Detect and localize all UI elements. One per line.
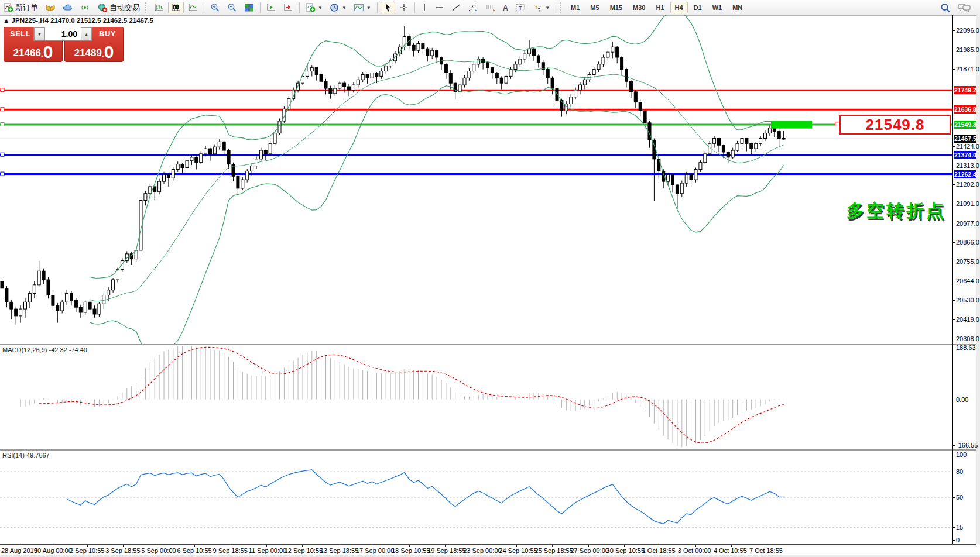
candle — [422, 42, 424, 54]
toolbar-drag-handle[interactable] — [560, 2, 564, 13]
templates-button[interactable]: ▼ — [351, 2, 374, 13]
chart-shift-button[interactable] — [280, 2, 296, 13]
hline-handle[interactable] — [1, 153, 4, 156]
time-axis-label: 30 Sep 10:55 — [606, 547, 645, 554]
candle — [611, 42, 614, 58]
timeframe-button-m15[interactable]: M15 — [605, 2, 627, 13]
autotrading-button[interactable]: 自动交易 — [94, 2, 143, 13]
candlestick-icon — [171, 3, 181, 12]
signal-icon — [80, 3, 90, 12]
text-tool-button[interactable]: A — [500, 2, 511, 13]
volume-increase-button[interactable]: ▲ — [81, 27, 92, 40]
timeframe-button-m1[interactable]: M1 — [566, 2, 584, 13]
hline-handle[interactable] — [1, 172, 4, 176]
candle — [629, 80, 632, 98]
price-tick-mark — [952, 146, 955, 147]
indicators-button[interactable]: ▼ — [303, 2, 325, 13]
search-button[interactable] — [937, 2, 954, 13]
volume-input[interactable]: 1.00 — [45, 27, 81, 40]
market-watch-button[interactable] — [42, 2, 59, 13]
panel-collapse-icon[interactable]: ▲ — [3, 17, 9, 24]
timeframe-button-h1[interactable]: H1 — [651, 2, 669, 13]
crosshair-tool-button[interactable] — [396, 2, 412, 13]
timeframe-button-mn[interactable]: MN — [728, 2, 747, 13]
macd-histogram — [20, 346, 784, 447]
label-tool-button[interactable]: T — [512, 2, 529, 13]
bar-chart-mode-button[interactable] — [151, 2, 167, 13]
callout-anchor-handle[interactable] — [835, 122, 839, 126]
time-axis-tick — [266, 545, 267, 547]
line-chart-mode-button[interactable] — [185, 2, 201, 13]
price-tick-label: 22096.0 — [956, 27, 979, 34]
horizontal-line-icon — [435, 3, 444, 12]
arrows-tool-button[interactable]: ▼ — [530, 2, 553, 13]
cursor-tool-button[interactable] — [381, 2, 395, 13]
hline-handle[interactable] — [1, 122, 4, 126]
macd-tick-mark — [952, 400, 955, 400]
time-axis-tick — [123, 545, 124, 547]
time-axis-label: 9 Sep 18:55 — [213, 547, 248, 554]
window-right-edge — [976, 15, 980, 557]
fibonacci-tool-button[interactable]: E — [465, 2, 481, 13]
candle — [704, 152, 707, 164]
hline-handle[interactable] — [1, 108, 4, 111]
timeframe-button-h4[interactable]: H4 — [670, 2, 688, 13]
price-tick-label: 20419.0 — [956, 316, 979, 323]
new-order-button[interactable]: 新订单 — [1, 2, 41, 13]
bar-chart-icon — [154, 3, 164, 12]
candle — [361, 72, 364, 82]
signals-button[interactable] — [77, 2, 93, 13]
horizontal-line-tool-button[interactable] — [432, 2, 447, 13]
zoom-out-button[interactable] — [224, 2, 240, 13]
main-price-chart[interactable] — [0, 15, 952, 344]
candle — [736, 141, 739, 152]
candlestick-mode-button[interactable] — [168, 2, 184, 13]
candle — [246, 169, 249, 183]
timeframe-bar: M1M5M15M30H1H4D1W1MN — [566, 2, 748, 13]
timeframe-button-d1[interactable]: D1 — [689, 2, 707, 13]
vertical-line-tool-button[interactable] — [418, 2, 431, 13]
candle — [259, 148, 262, 161]
timeframe-button-w1[interactable]: W1 — [708, 2, 727, 13]
arrows-dropdown-caret[interactable]: ▼ — [545, 5, 550, 11]
volume-decrease-button[interactable]: ▼ — [34, 27, 45, 40]
hline-handle[interactable] — [1, 88, 4, 92]
candle — [495, 72, 498, 84]
candle — [676, 184, 679, 209]
candle — [509, 67, 512, 79]
indicators-dropdown-caret[interactable]: ▼ — [318, 5, 323, 11]
periods-dropdown-caret[interactable]: ▼ — [342, 5, 347, 11]
trendline-tool-button[interactable] — [448, 2, 464, 13]
macd-tick-label: 188.63 — [956, 344, 976, 351]
data-window-button[interactable] — [60, 2, 76, 13]
timeframe-button-m5[interactable]: M5 — [585, 2, 604, 13]
rsi-panel[interactable] — [0, 451, 952, 544]
price-tick-mark — [952, 30, 955, 31]
candle — [1, 280, 4, 295]
timeframe-button-m30[interactable]: M30 — [628, 2, 650, 13]
candle — [606, 50, 609, 61]
zoom-in-button[interactable] — [207, 2, 223, 13]
tile-windows-button[interactable] — [241, 2, 257, 13]
channel-tool-button[interactable]: F — [482, 2, 499, 13]
auto-scroll-button[interactable] — [263, 2, 279, 13]
candle — [472, 61, 475, 74]
candle — [477, 57, 480, 68]
time-axis-label: 13 Sep 18:55 — [320, 547, 358, 554]
chat-button[interactable] — [955, 2, 974, 13]
toolbar-drag-handle[interactable] — [145, 2, 149, 13]
chinese-annotation-text[interactable]: 多空转折点 — [847, 199, 946, 223]
highlight-rectangle[interactable] — [771, 121, 812, 128]
price-callout-label[interactable]: 21549.8 — [839, 115, 951, 135]
candle — [764, 130, 767, 141]
auto-scroll-icon — [266, 3, 276, 12]
search-icon — [940, 3, 951, 13]
time-axis-label: 11 Sep 00:00 — [249, 547, 287, 554]
time-axis-label: 18 Sep 10:55 — [392, 547, 430, 554]
templates-dropdown-caret[interactable]: ▼ — [366, 5, 371, 11]
periods-button[interactable]: ▼ — [327, 2, 349, 13]
candle — [718, 138, 721, 152]
macd-panel[interactable] — [0, 345, 952, 449]
autotrading-label: 自动交易 — [109, 2, 140, 13]
candle — [694, 168, 697, 183]
